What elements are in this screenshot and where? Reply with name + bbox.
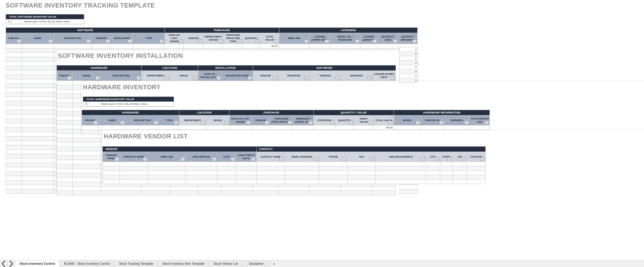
table-cell[interactable] xyxy=(6,97,22,101)
column-header[interactable]: PHONE xyxy=(319,152,348,162)
filter-dropdown-icon[interactable] xyxy=(372,39,377,43)
filter-dropdown-icon[interactable] xyxy=(201,121,205,125)
table-cell[interactable] xyxy=(186,166,217,171)
filter-dropdown-icon[interactable] xyxy=(160,39,164,43)
table-cell[interactable] xyxy=(285,175,319,180)
column-header[interactable]: STATE xyxy=(440,152,453,162)
table-cell[interactable] xyxy=(125,125,159,130)
table-cell[interactable] xyxy=(217,175,236,180)
column-header[interactable]: TYPE xyxy=(159,115,179,125)
table-cell[interactable] xyxy=(453,171,467,175)
table-cell[interactable] xyxy=(22,53,53,57)
table-cell[interactable] xyxy=(251,125,270,130)
table-cell[interactable] xyxy=(278,191,310,195)
column-header[interactable]: QUANTITY xyxy=(335,115,354,125)
qty-remaining-cell[interactable]: 0 xyxy=(400,47,418,52)
table-cell[interactable] xyxy=(57,94,73,98)
column-header[interactable]: SERIAL NO. / PASSCODE xyxy=(330,33,360,44)
table-cell[interactable] xyxy=(222,186,253,191)
table-cell[interactable] xyxy=(440,175,453,180)
table-cell[interactable] xyxy=(6,106,22,110)
tab-nav-prev[interactable] xyxy=(0,260,8,267)
table-cell[interactable] xyxy=(319,162,348,166)
table-cell[interactable] xyxy=(341,186,372,191)
table-cell[interactable] xyxy=(335,125,354,130)
filter-dropdown-icon[interactable] xyxy=(288,121,292,125)
table-cell[interactable] xyxy=(440,171,453,175)
column-header[interactable]: VENDOR xyxy=(184,33,203,44)
qty-remaining-cell[interactable]: 0 xyxy=(400,70,418,74)
sheet-tab[interactable]: Stock Tracking Template xyxy=(115,260,158,267)
table-cell[interactable] xyxy=(444,125,469,130)
table-cell[interactable] xyxy=(217,180,236,184)
column-header[interactable]: LICENSE EXPIRY DATE xyxy=(372,71,396,81)
table-cell[interactable] xyxy=(453,175,467,180)
table-cell[interactable] xyxy=(92,44,111,48)
column-header[interactable]: DEVELOPER xyxy=(111,33,133,44)
table-cell[interactable] xyxy=(354,125,374,130)
table-cell[interactable] xyxy=(293,125,313,130)
table-cell[interactable] xyxy=(22,123,53,128)
table-cell[interactable] xyxy=(348,180,376,184)
filter-dropdown-icon[interactable] xyxy=(308,121,313,125)
column-header[interactable]: PURCHASE PRICE PER ITEM xyxy=(270,115,293,125)
table-cell[interactable] xyxy=(236,180,257,184)
table-cell[interactable] xyxy=(53,44,91,48)
column-header[interactable]: REMARKS xyxy=(341,71,372,81)
column-header[interactable]: DESCRIPTION xyxy=(125,115,159,125)
column-header[interactable]: VENDOR NAME xyxy=(103,152,120,162)
table-cell[interactable] xyxy=(453,180,467,184)
filter-dropdown-icon[interactable] xyxy=(484,121,489,125)
table-cell[interactable] xyxy=(57,160,73,164)
table-cell[interactable] xyxy=(22,141,53,145)
filter-dropdown-icon[interactable] xyxy=(447,157,452,161)
column-header[interactable]: TECHNICIAN NAME xyxy=(222,71,253,81)
filter-dropdown-icon[interactable] xyxy=(273,76,277,80)
table-cell[interactable] xyxy=(319,166,348,171)
table-cell[interactable] xyxy=(142,186,170,191)
table-cell[interactable] xyxy=(57,147,73,151)
table-cell[interactable] xyxy=(22,75,53,79)
table-cell[interactable] xyxy=(57,138,73,142)
table-cell[interactable] xyxy=(6,79,22,84)
qty-remaining-cell[interactable]: 0 xyxy=(400,74,418,78)
table-cell[interactable] xyxy=(57,116,73,120)
table-cell[interactable] xyxy=(6,114,22,119)
qty-remaining-cell[interactable]: 0 xyxy=(400,52,418,56)
filter-dropdown-icon[interactable] xyxy=(389,121,393,125)
filter-dropdown-icon[interactable] xyxy=(279,157,284,161)
table-cell[interactable] xyxy=(313,125,335,130)
table-cell[interactable] xyxy=(57,125,73,129)
filter-dropdown-icon[interactable] xyxy=(342,157,347,161)
table-cell[interactable] xyxy=(6,189,22,194)
table-cell[interactable] xyxy=(257,175,285,180)
table-cell[interactable] xyxy=(394,125,421,130)
filter-dropdown-icon[interactable] xyxy=(274,39,279,43)
qty-remaining-cell[interactable]: 0 xyxy=(400,61,418,65)
filter-dropdown-icon[interactable] xyxy=(369,121,373,125)
column-header[interactable]: CONTACT NAME xyxy=(257,152,285,162)
column-header[interactable]: COUNTRY xyxy=(467,152,486,162)
table-cell[interactable] xyxy=(6,70,22,75)
table-cell[interactable] xyxy=(348,162,376,166)
table-cell[interactable] xyxy=(148,162,186,166)
table-cell[interactable] xyxy=(257,180,285,184)
column-header[interactable]: DATE OF INSTALLATION xyxy=(198,71,222,81)
table-cell[interactable] xyxy=(6,145,22,150)
column-header[interactable]: ASSET VALUE xyxy=(354,115,374,125)
qty-remaining-cell[interactable]: 0 xyxy=(400,78,418,83)
sheet-tab[interactable]: BLANK - Stock Inventory Control xyxy=(60,260,115,267)
column-header[interactable]: MAILING ADDRESS xyxy=(376,152,426,162)
table-cell[interactable] xyxy=(6,101,22,106)
table-cell[interactable] xyxy=(22,84,53,88)
table-cell[interactable] xyxy=(101,186,142,191)
table-cell[interactable] xyxy=(120,166,148,171)
table-cell[interactable] xyxy=(378,44,398,48)
table-cell[interactable] xyxy=(376,166,426,171)
table-cell[interactable] xyxy=(57,85,73,90)
table-cell[interactable] xyxy=(142,191,170,195)
table-cell[interactable] xyxy=(217,166,236,171)
table-cell[interactable] xyxy=(6,150,22,154)
table-cell[interactable] xyxy=(22,163,53,167)
table-cell[interactable] xyxy=(57,129,73,134)
